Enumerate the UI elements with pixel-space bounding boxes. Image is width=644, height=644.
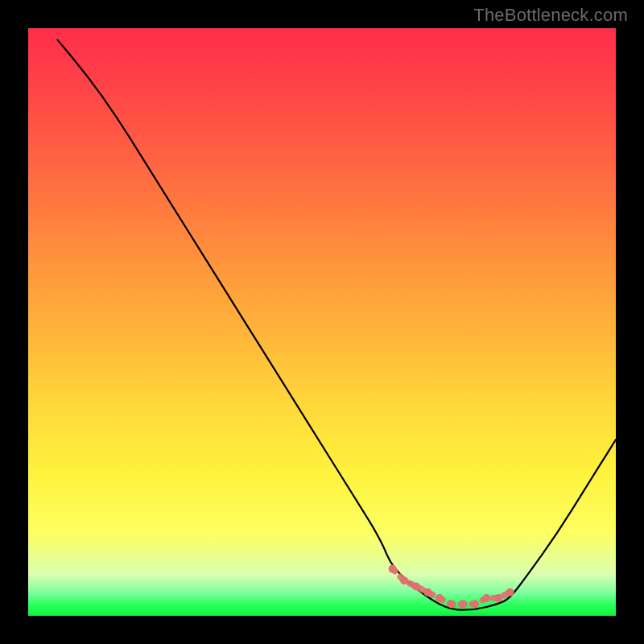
marker-dot (506, 588, 514, 597)
marker-dot (423, 588, 431, 597)
curve-group (58, 40, 617, 610)
marker-dot (482, 594, 490, 602)
chart-svg (28, 28, 616, 616)
marker-dot (389, 565, 397, 573)
marker-dot (459, 600, 467, 608)
marker-dot (436, 594, 444, 602)
marker-dot (471, 600, 479, 608)
marker-dot (448, 600, 456, 608)
chart-frame: TheBottleneck.com (0, 0, 644, 644)
marker-band (393, 569, 510, 605)
plot-area (28, 28, 616, 616)
bottleneck-curve (58, 40, 617, 610)
marker-dot (412, 583, 420, 591)
markers-group (389, 565, 514, 609)
marker-dot (400, 576, 408, 584)
marker-dot (494, 594, 502, 602)
watermark-text: TheBottleneck.com (473, 5, 628, 26)
